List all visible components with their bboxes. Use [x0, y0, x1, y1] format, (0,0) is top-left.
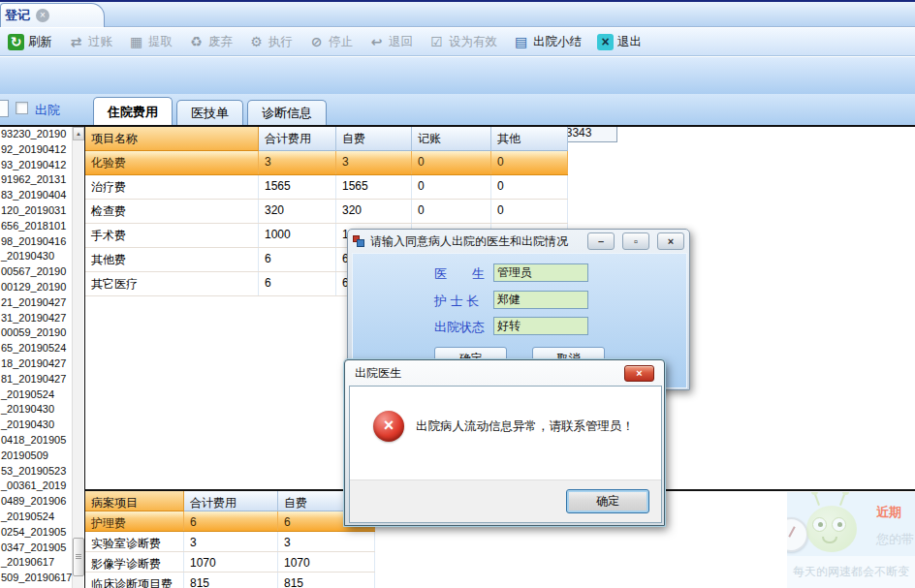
- column-header[interactable]: 其他: [491, 127, 568, 151]
- extract-icon: ▦: [128, 34, 144, 50]
- error-ok-button[interactable]: 确定: [566, 489, 649, 513]
- table-cell: 6: [259, 248, 336, 271]
- patient-list-item[interactable]: 20190509: [0, 449, 73, 464]
- sidebar-scrollbar[interactable]: ▲: [72, 127, 83, 588]
- table-row[interactable]: 临床诊断项目费815815: [85, 573, 375, 588]
- patient-list-item[interactable]: 31_20190427: [0, 311, 73, 326]
- popup-subtitle: 您的带: [876, 531, 914, 548]
- tab-住院费用[interactable]: 住院费用: [93, 97, 173, 126]
- column-header[interactable]: 合计费用: [259, 127, 336, 151]
- dialog-field-input[interactable]: [493, 317, 588, 335]
- patient-list-item[interactable]: _20190617: [0, 555, 73, 571]
- tab-医技单[interactable]: 医技单: [176, 100, 243, 126]
- discharge-checkbox[interactable]: [16, 102, 28, 114]
- table-row[interactable]: 检查费32032000: [85, 200, 568, 224]
- toolbar-button-执行: ⚙执行: [248, 34, 293, 50]
- patient-list-item[interactable]: 53_20190523: [0, 464, 73, 480]
- patient-list-item[interactable]: 92_20190412: [0, 142, 73, 158]
- dialog-field-input[interactable]: [493, 263, 588, 282]
- patient-list-item[interactable]: _20190430: [0, 249, 73, 264]
- table-row[interactable]: 影像学诊断费10701070: [85, 552, 375, 573]
- table-cell: 治疗费: [85, 175, 259, 199]
- table-cell: 其他费: [85, 248, 259, 271]
- patient-list-item[interactable]: _20190524: [0, 387, 73, 403]
- patient-list-item[interactable]: 91962_20131: [0, 172, 73, 188]
- patient-list-item[interactable]: 00129_20190: [0, 280, 73, 295]
- toolbar-button-label: 出院小结: [533, 34, 582, 50]
- error-message-area: × 出院病人流动信息异常，请联系管理员！: [350, 387, 661, 481]
- table-cell: 1565: [259, 175, 336, 199]
- table-cell: 1565: [336, 175, 412, 199]
- table-body: 护理费66实验室诊断费33影像学诊断费10701070临床诊断项目费815815: [85, 511, 375, 588]
- table-cell: 1070: [278, 552, 375, 572]
- dialog-field-input[interactable]: [493, 291, 588, 309]
- table-row[interactable]: 护理费66: [85, 511, 375, 532]
- patient-list-item[interactable]: _20190430: [0, 418, 73, 433]
- column-header[interactable]: 合计费用: [184, 491, 278, 511]
- patient-list-item[interactable]: 18_20190427: [0, 356, 73, 372]
- patient-list-item[interactable]: 81_20190427: [0, 372, 73, 387]
- minimize-icon[interactable]: –: [587, 232, 615, 250]
- patient-list-item[interactable]: 656_2018101: [0, 219, 73, 234]
- patient-list-item[interactable]: 83_20190404: [0, 188, 73, 203]
- patient-list-item[interactable]: 0418_201905: [0, 433, 73, 449]
- patient-list-sidebar: 93230_2019092_2019041293_2019041291962_2…: [0, 127, 85, 588]
- error-message: 出院病人流动信息异常，请联系管理员！: [416, 418, 634, 435]
- popup-footer: 每天的网速都会不断变: [787, 556, 915, 588]
- table-cell: 0: [491, 151, 568, 174]
- patient-list-item[interactable]: 00567_20190: [0, 264, 73, 280]
- toolbar-button-设为有效: ☑设为有效: [428, 34, 497, 50]
- patient-list-item[interactable]: _20190430: [0, 402, 73, 418]
- refresh-icon: ↻: [8, 34, 24, 50]
- column-header[interactable]: 记账: [412, 127, 491, 151]
- patient-list-item[interactable]: 93_20190412: [0, 158, 73, 173]
- toolbar-button-退出[interactable]: ×退出: [597, 34, 642, 50]
- tab-close-icon[interactable]: ×: [36, 9, 49, 22]
- popup-title: 近期: [876, 504, 901, 521]
- patient-list-item[interactable]: 509_20190617: [0, 571, 73, 586]
- view-tabs: 住院费用医技单诊断信息: [93, 97, 327, 126]
- toolbar-button-label: 废弃: [208, 34, 233, 50]
- table-cell: 815: [278, 573, 375, 588]
- patient-list-item[interactable]: 21_20190427: [0, 295, 73, 311]
- close-icon[interactable]: ×: [624, 365, 654, 382]
- patient-list-item[interactable]: 0347_201905: [0, 541, 73, 556]
- patient-list-item[interactable]: _20190524: [0, 510, 73, 525]
- scrollbar-thumb[interactable]: [73, 538, 84, 576]
- patient-list-item[interactable]: 65_20190524: [0, 341, 73, 356]
- scrollbar-up-icon[interactable]: ▲: [73, 127, 84, 140]
- patient-info-bar: 姓名:性别:费别:可用金额:联系电话:: [0, 56, 915, 94]
- close-icon[interactable]: ×: [657, 232, 684, 250]
- execute-icon: ⚙: [248, 34, 265, 50]
- discharge-dialog-titlebar[interactable]: 请输入同意病人出院的医生和出院情况 – ▫ ×: [348, 230, 689, 253]
- dialog-field-label: 护 士 长: [434, 293, 479, 310]
- patient-list-item[interactable]: 00059_20190: [0, 325, 73, 341]
- partial-control: [0, 100, 9, 117]
- error-dialog-titlebar[interactable]: 出院医生 ×: [345, 360, 664, 386]
- table-row[interactable]: 化验费3300: [85, 151, 568, 175]
- column-header[interactable]: 病案项目: [85, 491, 184, 511]
- patient-list-item[interactable]: _00361_2019: [0, 479, 73, 494]
- table-cell: 0: [491, 175, 568, 199]
- table-cell: 检查费: [85, 200, 259, 223]
- maximize-icon[interactable]: ▫: [622, 232, 649, 250]
- patient-list-item[interactable]: 93230_20190: [0, 127, 73, 142]
- network-speed-popup[interactable]: 近期 您的带 每天的网速都会不断变: [787, 492, 915, 588]
- tab-registration[interactable]: 登记 ×: [0, 3, 105, 27]
- error-dialog-body: × 出院病人流动信息异常，请联系管理员！ 确定: [349, 386, 662, 523]
- tab-诊断信息[interactable]: 诊断信息: [247, 100, 327, 126]
- table-row[interactable]: 治疗费1565156500: [85, 175, 568, 200]
- popup-footer-text: 每天的网速都会不断变: [793, 564, 909, 580]
- patient-list-item[interactable]: 0489_201906: [0, 494, 73, 510]
- column-header[interactable]: 项目名称: [85, 127, 259, 151]
- toolbar-button-出院小结[interactable]: ▤出院小结: [513, 34, 582, 50]
- table-cell: 3: [336, 151, 412, 174]
- toolbar-button-刷新[interactable]: ↻刷新: [8, 34, 52, 50]
- column-header[interactable]: 自费: [336, 127, 412, 151]
- table-cell: 3: [184, 532, 278, 551]
- table-cell: 手术费: [85, 224, 259, 247]
- patient-list-item[interactable]: 98_20190416: [0, 234, 73, 250]
- patient-list-item[interactable]: 0254_201905: [0, 525, 73, 541]
- patient-list-item[interactable]: 120_2019031: [0, 203, 73, 219]
- table-row[interactable]: 实验室诊断费33: [85, 532, 375, 552]
